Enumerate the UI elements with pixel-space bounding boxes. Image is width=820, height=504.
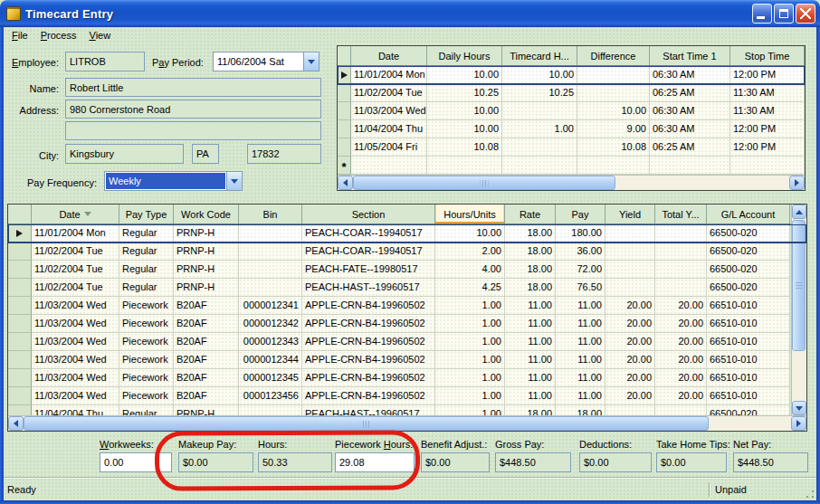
grid-cell[interactable]: APPLE-CRN-B4-19960502 bbox=[302, 351, 435, 369]
grid-cell[interactable]: 1.00 bbox=[435, 351, 505, 369]
grid-cell[interactable]: 11.00 bbox=[505, 315, 556, 333]
column-header-stop-time[interactable]: Stop Time bbox=[730, 46, 805, 65]
grid-cell[interactable]: 06:30 AM bbox=[650, 66, 730, 84]
grid-cell[interactable]: 20.00 bbox=[655, 387, 707, 405]
grid-cell[interactable] bbox=[577, 84, 650, 102]
grid-cell[interactable]: 12:00 PM bbox=[730, 120, 805, 138]
pay-frequency-dropdown-button[interactable] bbox=[226, 172, 242, 190]
grid-cell[interactable]: 10.00 bbox=[435, 224, 505, 242]
grid-cell[interactable]: 1.00 bbox=[435, 297, 505, 315]
scroll-down-button[interactable] bbox=[792, 401, 806, 415]
row-selector[interactable] bbox=[8, 369, 32, 387]
employee-field[interactable]: LITROB bbox=[65, 52, 145, 71]
current-row-marker[interactable] bbox=[8, 224, 32, 242]
row-selector[interactable] bbox=[8, 297, 32, 315]
grid-cell[interactable]: 11/05/2004 Fri bbox=[351, 138, 427, 157]
grid-cell[interactable]: 11/03/2004 Wed bbox=[351, 102, 427, 120]
column-header-section[interactable]: Section bbox=[302, 204, 435, 223]
grid-cell[interactable] bbox=[577, 66, 650, 84]
grid-cell[interactable] bbox=[655, 242, 707, 261]
grid-cell[interactable]: 1.00 bbox=[435, 315, 505, 333]
grid-cell[interactable]: 18.00 bbox=[505, 279, 556, 297]
maximize-button[interactable] bbox=[774, 4, 794, 24]
grid-cell[interactable]: 06:25 AM bbox=[650, 84, 730, 102]
grid-cell[interactable]: 11.00 bbox=[556, 333, 605, 351]
scrollbar-track[interactable] bbox=[792, 219, 806, 401]
grid-cell[interactable]: PEACH-FATE--19980517 bbox=[302, 261, 435, 279]
grid-cell[interactable]: 180.00 bbox=[556, 224, 605, 242]
menu-view[interactable]: View bbox=[83, 28, 118, 43]
grid-cell[interactable]: 4.25 bbox=[435, 279, 505, 297]
column-header-difference[interactable]: Difference bbox=[577, 46, 650, 65]
grid-cell[interactable]: 10.00 bbox=[427, 66, 502, 84]
grid-cell[interactable]: 66500-020 bbox=[707, 242, 790, 261]
row-selector[interactable] bbox=[8, 351, 32, 369]
grid-cell[interactable]: 11.00 bbox=[505, 387, 556, 405]
grid-cell[interactable]: PRNP-H bbox=[174, 279, 239, 297]
grid-cell[interactable]: 11/03/2004 Wed bbox=[32, 333, 119, 351]
grid-cell[interactable]: 18.00 bbox=[505, 224, 556, 242]
grid-cell[interactable]: 66500-020 bbox=[707, 261, 790, 279]
address2-field[interactable] bbox=[65, 121, 321, 140]
grid-cell[interactable]: APPLE-CRN-B4-19960502 bbox=[302, 387, 435, 405]
grid-cell[interactable]: 66500-020 bbox=[707, 279, 790, 297]
grid-cell[interactable]: 11.00 bbox=[556, 297, 605, 315]
grid-cell[interactable]: 11/02/2004 Tue bbox=[32, 261, 119, 279]
grid-cell[interactable]: B20AF bbox=[174, 369, 239, 387]
grid-cell[interactable]: 11/01/2004 Mon bbox=[351, 66, 427, 84]
grid-cell[interactable]: 11/03/2004 Wed bbox=[32, 315, 119, 333]
grid-cell[interactable]: 76.50 bbox=[556, 279, 605, 297]
grid-cell[interactable]: Regular bbox=[119, 279, 174, 297]
grid-cell[interactable]: 11/02/2004 Tue bbox=[32, 242, 119, 261]
grid-cell[interactable]: Piecework bbox=[119, 297, 174, 315]
grid-cell[interactable]: PEACH-COAR--19940517 bbox=[302, 224, 435, 242]
scroll-right-button[interactable] bbox=[789, 176, 805, 190]
row-selector[interactable] bbox=[8, 279, 32, 297]
grid-cell[interactable]: 20.00 bbox=[605, 297, 655, 315]
pay-period-combo[interactable]: 11/06/2004 Sat bbox=[213, 52, 319, 71]
scrollbar-thumb[interactable] bbox=[24, 416, 709, 431]
grid-cell[interactable]: PEACH-COAR--19940517 bbox=[302, 242, 435, 261]
grid-cell[interactable]: 10.08 bbox=[427, 138, 502, 157]
grid-cell[interactable]: 0000012345 bbox=[239, 369, 302, 387]
minimize-button[interactable] bbox=[752, 4, 772, 24]
grid-cell[interactable]: 06:25 AM bbox=[650, 138, 730, 157]
grid-cell[interactable]: 06:30 AM bbox=[650, 120, 730, 138]
grid-cell[interactable]: 12:00 PM bbox=[730, 138, 805, 157]
grid-cell[interactable]: 66500-020 bbox=[707, 224, 790, 242]
grid-cell[interactable] bbox=[605, 261, 655, 279]
grid-cell[interactable]: APPLE-CRN-B4-19960502 bbox=[302, 297, 435, 315]
grid-cell[interactable]: 66510-010 bbox=[707, 369, 790, 387]
grid-cell[interactable]: PRNP-H bbox=[174, 242, 239, 261]
grid-cell[interactable]: APPLE-CRN-B4-19960502 bbox=[302, 315, 435, 333]
grid-cell[interactable] bbox=[655, 261, 707, 279]
grid-cell[interactable]: 11/01/2004 Mon bbox=[32, 224, 119, 242]
column-header-timecard-h[interactable]: Timecard H... bbox=[502, 46, 577, 65]
grid-cell[interactable] bbox=[427, 157, 502, 175]
grid-cell[interactable]: 66510-010 bbox=[707, 387, 790, 405]
grid-cell[interactable]: 1.00 bbox=[435, 369, 505, 387]
grid-cell[interactable]: Piecework bbox=[119, 369, 174, 387]
column-header-date[interactable]: Date bbox=[32, 204, 119, 223]
grid-cell[interactable]: 18.00 bbox=[505, 242, 556, 261]
grid-cell[interactable]: 0000012343 bbox=[239, 333, 302, 351]
grid-cell[interactable]: 10.00 bbox=[427, 102, 502, 120]
grid-cell[interactable]: 20.00 bbox=[655, 369, 707, 387]
grid-cell[interactable]: 11.00 bbox=[556, 369, 605, 387]
grid-cell[interactable] bbox=[502, 102, 577, 120]
row-selector[interactable] bbox=[8, 261, 32, 279]
grid-cell[interactable]: 11.00 bbox=[556, 387, 605, 405]
daily-grid-horizontal-scrollbar[interactable] bbox=[338, 175, 805, 190]
grid-cell[interactable]: 11/02/2004 Tue bbox=[32, 279, 119, 297]
grid-cell[interactable]: 11.00 bbox=[505, 369, 556, 387]
row-selector[interactable] bbox=[8, 315, 32, 333]
grid-cell[interactable]: 18.00 bbox=[505, 261, 556, 279]
row-selector[interactable] bbox=[338, 84, 351, 102]
scroll-left-button[interactable] bbox=[338, 176, 353, 190]
grid-cell[interactable]: 72.00 bbox=[556, 261, 605, 279]
grid-cell[interactable] bbox=[239, 261, 302, 279]
grid-cell[interactable]: PEACH-HAST--19960517 bbox=[302, 279, 435, 297]
grid-cell[interactable]: Piecework bbox=[119, 333, 174, 351]
grid-cell[interactable]: 20.00 bbox=[605, 351, 655, 369]
grid-cell[interactable]: 20.00 bbox=[605, 369, 655, 387]
